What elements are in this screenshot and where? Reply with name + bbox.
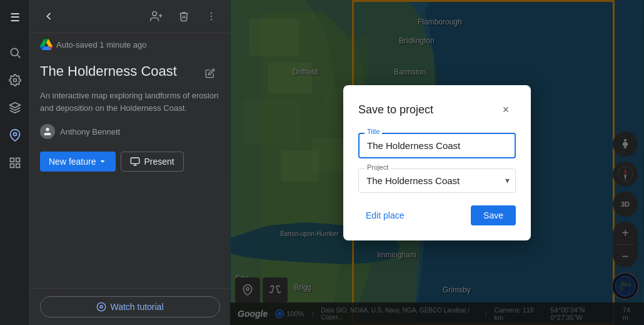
map-title: The Holderness Coast <box>40 63 200 80</box>
map-area[interactable]: Flamborough Bridlington Barmston Driffie… <box>230 0 644 325</box>
watch-tutorial-button[interactable]: Watch tutorial <box>40 296 220 317</box>
svg-point-19 <box>98 302 106 311</box>
svg-rect-7 <box>10 164 14 168</box>
panel-header <box>30 0 230 33</box>
edit-place-button[interactable]: Edit place <box>358 205 411 225</box>
svg-rect-8 <box>16 164 19 168</box>
svg-point-9 <box>153 12 157 16</box>
title-field-label: Title <box>365 128 382 135</box>
location-icon[interactable] <box>3 123 28 148</box>
delete-icon[interactable] <box>173 5 195 28</box>
watch-tutorial-label: Watch tutorial <box>110 302 163 312</box>
svg-point-2 <box>13 79 16 82</box>
panel-content: The Holderness Coast An interactive map … <box>30 56 230 288</box>
svg-point-15 <box>46 128 49 131</box>
svg-point-20 <box>100 306 103 308</box>
modal-close-button[interactable]: × <box>496 100 516 120</box>
auto-saved-text: Auto-saved 1 minute ago <box>56 40 147 49</box>
svg-point-12 <box>211 13 212 14</box>
save-to-project-modal: Save to project × Title Project The Hold… <box>343 85 531 240</box>
modal-title: Save to project <box>358 103 433 116</box>
panel-footer: Watch tutorial <box>30 288 230 325</box>
present-label: Present <box>144 157 174 167</box>
google-drive-icon <box>40 38 53 51</box>
author-name: Anthony Bennett <box>60 127 120 137</box>
modal-header: Save to project × <box>358 100 516 120</box>
title-field: Title <box>358 133 516 158</box>
svg-point-14 <box>211 19 212 20</box>
grid-icon[interactable] <box>3 150 28 175</box>
modal-overlay: Save to project × Title Project The Hold… <box>230 0 644 325</box>
sidebar: ☰ <box>0 0 30 325</box>
svg-rect-5 <box>10 158 14 162</box>
svg-point-0 <box>11 48 18 56</box>
svg-rect-16 <box>131 158 139 163</box>
layers-icon[interactable] <box>3 95 28 120</box>
left-panel: Auto-saved 1 minute ago The Holderness C… <box>30 0 230 325</box>
map-description: An interactive map exploring landforms o… <box>40 90 220 114</box>
project-select[interactable]: The Holderness Coast <box>358 168 516 193</box>
project-field-label: Project <box>365 163 391 171</box>
svg-marker-3 <box>9 103 20 108</box>
svg-point-13 <box>211 16 212 17</box>
svg-rect-6 <box>16 158 19 162</box>
avatar <box>40 124 55 139</box>
svg-line-1 <box>17 55 20 58</box>
svg-point-4 <box>13 133 16 136</box>
menu-icon[interactable]: ☰ <box>3 5 28 30</box>
settings-icon[interactable] <box>3 68 28 93</box>
action-row: New feature Present <box>40 152 220 172</box>
more-options-icon[interactable] <box>200 5 223 28</box>
modal-actions: Edit place Save <box>358 205 516 225</box>
edit-title-button[interactable] <box>200 63 220 83</box>
auto-saved-row: Auto-saved 1 minute ago <box>30 33 230 56</box>
author-row: Anthony Bennett <box>40 124 220 139</box>
new-feature-label: New feature <box>49 157 96 167</box>
present-button[interactable]: Present <box>121 152 183 172</box>
title-input[interactable] <box>358 133 516 158</box>
search-icon[interactable] <box>3 40 28 65</box>
back-button[interactable] <box>38 5 60 28</box>
new-feature-button[interactable]: New feature <box>40 152 116 172</box>
project-field: Project The Holderness Coast ▾ <box>358 168 516 193</box>
add-person-icon[interactable] <box>145 5 168 28</box>
save-button[interactable]: Save <box>471 205 516 225</box>
